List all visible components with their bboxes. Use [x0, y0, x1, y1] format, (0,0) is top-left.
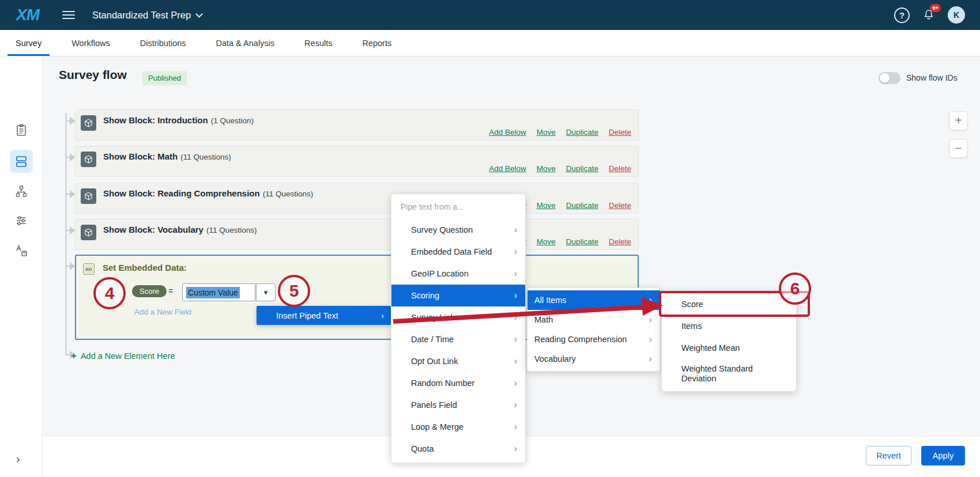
duplicate-link[interactable]: Duplicate	[566, 201, 598, 210]
survey-flow-icon	[14, 154, 28, 168]
delete-link[interactable]: Delete	[609, 128, 631, 137]
avatar[interactable]: K	[948, 6, 965, 24]
flow-block-vocabulary[interactable]: Show Block: Vocabulary(11 Questions) Add…	[75, 219, 639, 250]
survey-builder-icon	[14, 123, 28, 137]
move-link[interactable]: Move	[537, 237, 556, 246]
insert-piped-text-item[interactable]: Insert Piped Text ›	[257, 306, 391, 325]
menu-item-embedded-data-field[interactable]: Embedded Data Field›	[391, 241, 525, 263]
chevron-right-icon: ›	[514, 312, 517, 323]
revert-button[interactable]: Revert	[866, 446, 911, 465]
chevron-right-icon: ›	[649, 315, 652, 325]
status-badge: Published	[142, 71, 187, 85]
menu-item-survey-links[interactable]: Survey Links›	[391, 306, 525, 328]
block-cube-icon	[81, 225, 96, 240]
chevron-right-icon: ›	[649, 295, 652, 305]
move-link[interactable]: Move	[537, 201, 556, 210]
block-title: Show Block: Vocabulary(11 Questions)	[103, 225, 257, 234]
submenu-item-reading-comprehension[interactable]: Reading Comprehension›	[527, 330, 660, 349]
translations-icon	[14, 244, 28, 258]
pipe-menu-placeholder: Pipe text from a...	[391, 194, 525, 219]
add-new-element-link[interactable]: + Add a New Element Here	[71, 350, 175, 362]
menu-item-loop-merge[interactable]: Loop & Merge›	[391, 416, 525, 438]
submenu-item-weighted-standard-deviation[interactable]: Weighted Standard Deviation	[662, 359, 796, 389]
tab-results[interactable]: Results	[304, 30, 332, 56]
tab-workflows[interactable]: Workflows	[71, 30, 110, 56]
sidebar-expand-button[interactable]: ›	[16, 452, 20, 465]
duplicate-link[interactable]: Duplicate	[566, 237, 598, 246]
menu-item-panels-field[interactable]: Panels Field›	[391, 394, 525, 416]
chevron-right-icon: ›	[514, 356, 517, 366]
submenu-item-vocabulary[interactable]: Vocabulary›	[527, 349, 660, 369]
add-new-field-link[interactable]: Add a New Field	[134, 308, 191, 316]
scoring-submenu: All Items› Math› Reading Comprehension› …	[527, 287, 661, 372]
apply-button[interactable]: Apply	[921, 446, 965, 465]
show-flow-ids-toggle[interactable]	[879, 72, 900, 84]
tab-reports[interactable]: Reports	[362, 30, 391, 56]
value-dropdown-button[interactable]: ▾	[256, 283, 276, 301]
embedded-field-name[interactable]: Score	[132, 285, 167, 297]
menu-item-opt-out-link[interactable]: Opt Out Link›	[391, 350, 525, 372]
sidebar-item-survey-options[interactable]	[10, 209, 33, 232]
tab-data-analysis[interactable]: Data & Analysis	[216, 30, 275, 56]
score-submenu: Score Items Weighted Mean Weighted Stand…	[661, 290, 797, 392]
delete-link[interactable]: Delete	[609, 164, 631, 173]
chevron-right-icon: ›	[514, 334, 517, 344]
sidebar-item-workflows[interactable]	[10, 180, 33, 203]
submenu-item-weighted-mean[interactable]: Weighted Mean	[662, 337, 796, 359]
move-link[interactable]: Move	[537, 164, 556, 173]
sidebar-item-survey-flow[interactable]	[10, 150, 33, 173]
chevron-down-icon	[195, 10, 203, 18]
embedded-data-title: Set Embedded Data:	[103, 263, 187, 272]
menu-item-date-time[interactable]: Date / Time›	[391, 328, 525, 350]
block-cube-icon	[81, 152, 96, 167]
menu-item-scoring[interactable]: Scoring›	[391, 285, 525, 306]
chevron-right-icon: ›	[514, 444, 517, 454]
tab-survey[interactable]: Survey	[16, 30, 42, 56]
flow-block-math[interactable]: Show Block: Math(11 Questions) Add Below…	[75, 146, 639, 177]
duplicate-link[interactable]: Duplicate	[566, 164, 598, 173]
tab-distributions[interactable]: Distributions	[140, 30, 186, 56]
delete-link[interactable]: Delete	[609, 237, 631, 246]
chevron-right-icon: ›	[514, 268, 517, 279]
project-name: Standardized Test Prep	[92, 10, 191, 21]
chevron-right-icon: ›	[649, 334, 652, 344]
chevron-right-icon: ›	[649, 354, 652, 364]
custom-value-input[interactable]: Custom Value	[182, 283, 255, 301]
sidebar-item-survey-builder[interactable]	[10, 119, 33, 142]
menu-item-random-number[interactable]: Random Number›	[391, 372, 525, 394]
hamburger-menu-icon[interactable]	[62, 11, 75, 19]
equals-sign: =	[168, 286, 173, 296]
block-cube-icon	[81, 115, 96, 131]
add-below-link[interactable]: Add Below	[489, 128, 526, 137]
topbar: XM Standardized Test Prep ? 9+ K	[0, 0, 980, 30]
pipe-text-menu: Pipe text from a... Survey Question› Emb…	[391, 194, 526, 463]
chevron-right-icon: ›	[381, 311, 384, 320]
submenu-item-items[interactable]: Items	[662, 315, 796, 337]
duplicate-link[interactable]: Duplicate	[566, 128, 598, 137]
zoom-in-button[interactable]: +	[949, 111, 968, 130]
sidebar: ›	[0, 56, 43, 477]
zoom-out-button[interactable]: −	[949, 139, 968, 158]
submenu-item-score[interactable]: Score	[662, 293, 796, 315]
block-title: Show Block: Reading Comprehension(11 Que…	[103, 188, 313, 198]
add-below-link[interactable]: Add Below	[489, 164, 526, 173]
menu-item-geoip-location[interactable]: GeoIP Location›	[391, 263, 525, 285]
chevron-right-icon: ›	[514, 400, 517, 410]
submenu-item-all-items[interactable]: All Items›	[527, 290, 660, 310]
menu-item-survey-question[interactable]: Survey Question›	[391, 219, 525, 241]
move-link[interactable]: Move	[537, 128, 556, 137]
flow-block-introduction[interactable]: Show Block: Introduction(1 Question) Add…	[75, 109, 639, 141]
plus-icon: +	[71, 350, 77, 362]
xm-logo: XM	[16, 6, 39, 24]
notifications-button[interactable]: 9+	[922, 9, 935, 21]
main-nav: Survey Workflows Distributions Data & An…	[0, 30, 980, 56]
delete-link[interactable]: Delete	[609, 201, 631, 210]
chevron-right-icon: ›	[514, 290, 517, 301]
sidebar-item-translations[interactable]	[10, 239, 33, 262]
menu-item-quota[interactable]: Quota›	[391, 438, 525, 460]
block-title: Show Block: Introduction(1 Question)	[103, 115, 254, 125]
help-button[interactable]: ?	[894, 7, 910, 23]
project-selector[interactable]: Standardized Test Prep	[92, 10, 202, 21]
flow-block-reading-comprehension[interactable]: Show Block: Reading Comprehension(11 Que…	[75, 183, 639, 214]
submenu-item-math[interactable]: Math›	[527, 310, 660, 330]
